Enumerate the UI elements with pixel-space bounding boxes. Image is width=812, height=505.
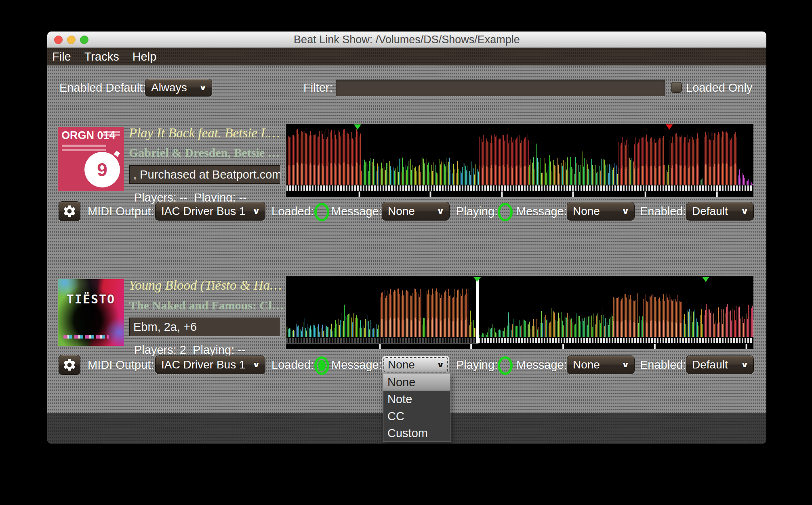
- playing-message-label: Message:: [516, 355, 567, 375]
- album-art-orgn: ORGN 014 9: [58, 127, 124, 191]
- midi-output-select[interactable]: IAC Driver Bus 1∨: [155, 202, 265, 221]
- message-dropdown-menu: None Note CC Custom: [383, 373, 450, 442]
- chevron-down-icon: ∨: [437, 360, 445, 369]
- menu-option-custom[interactable]: Custom: [383, 425, 450, 442]
- comment-field[interactable]: , Purchased at Beatport.com: [129, 165, 281, 184]
- enabled-default-label: Enabled Default:: [59, 79, 146, 97]
- enabled-label: Enabled:: [640, 201, 686, 221]
- players-value: 2: [180, 343, 186, 356]
- menu-option-note[interactable]: Note: [383, 391, 450, 408]
- record-logo-icon: 9: [84, 152, 120, 187]
- gear-button[interactable]: [59, 201, 80, 221]
- menu-help[interactable]: Help: [133, 50, 157, 63]
- gear-button[interactable]: [59, 355, 80, 375]
- chevron-down-icon: ∨: [437, 207, 445, 216]
- playing-label: Playing:: [456, 201, 498, 221]
- midi-output-select[interactable]: IAC Driver Bus 1∨: [155, 356, 265, 374]
- menu-file[interactable]: File: [52, 50, 71, 63]
- chevron-down-icon: ∨: [741, 207, 749, 216]
- enabled-label: Enabled:: [640, 355, 686, 375]
- loaded-indicator: [314, 356, 329, 375]
- track-title: Play It Back feat. Betsie L…: [129, 126, 280, 141]
- loaded-indicator: [314, 203, 329, 221]
- playing-indicator: [498, 203, 513, 221]
- chevron-down-icon: ∨: [199, 83, 207, 92]
- album-art-sub-text: [62, 145, 106, 147]
- waveform-preview: [286, 124, 753, 197]
- chevron-down-icon: ∨: [252, 207, 261, 216]
- gear-icon: [62, 204, 77, 219]
- loaded-message-select[interactable]: None∨: [382, 202, 450, 221]
- gear-icon: [62, 358, 77, 372]
- playing-message-select[interactable]: None∨: [567, 356, 635, 374]
- midi-output-label: MIDI Output:: [88, 355, 154, 375]
- album-art-tiesto: TIËSTO: [58, 279, 124, 346]
- loaded-message-label: Message:: [331, 355, 382, 375]
- comment-field[interactable]: Ebm, 2a, +6: [129, 317, 281, 337]
- enabled-default-select[interactable]: Always ∨: [145, 79, 212, 97]
- album-art-caption: [63, 335, 109, 339]
- loaded-label: Loaded:: [271, 355, 314, 375]
- album-art: ORGN 014 9: [58, 127, 124, 191]
- chevron-down-icon: ∨: [622, 360, 630, 369]
- track-artist: Gabriel & Dresden, Betsie …: [129, 146, 280, 160]
- logo-notch: [114, 151, 120, 157]
- album-art: TIËSTO: [58, 279, 124, 346]
- midi-output-label: MIDI Output:: [88, 201, 154, 221]
- chevron-down-icon: ∨: [741, 360, 749, 369]
- playing-message-label: Message:: [516, 201, 567, 221]
- enabled-select[interactable]: Default∨: [686, 202, 754, 221]
- playing-indicator: [498, 356, 513, 375]
- loaded-only-label: Loaded Only: [686, 79, 752, 97]
- menu-bar: File Tracks Help: [47, 48, 766, 65]
- loaded-label: Loaded:: [271, 201, 314, 221]
- filter-input[interactable]: [336, 80, 665, 96]
- track-title: Young Blood (Tiësto & Ha…: [129, 278, 282, 293]
- loaded-message-label: Message:: [331, 201, 382, 221]
- enabled-select[interactable]: Default∨: [686, 356, 754, 374]
- menu-option-cc[interactable]: CC: [383, 408, 450, 425]
- playing-label: Playing:: [456, 355, 498, 375]
- title-bar: Beat Link Show: /Volumes/DS/Shows/Exampl…: [47, 32, 766, 48]
- chevron-down-icon: ∨: [622, 207, 630, 216]
- album-art-mini-text: [103, 131, 120, 133]
- menu-tracks[interactable]: Tracks: [84, 50, 119, 63]
- playing-message-select[interactable]: None∨: [567, 202, 635, 221]
- waveform-preview: [286, 276, 753, 349]
- loaded-only-checkbox[interactable]: [671, 82, 682, 93]
- track-artist: The Naked and Famous: Cl…: [129, 299, 284, 312]
- album-art-label: TIËSTO: [58, 292, 124, 306]
- chevron-down-icon: ∨: [252, 360, 261, 369]
- playing-value: --: [238, 343, 245, 356]
- window-title: Beat Link Show: /Volumes/DS/Shows/Exampl…: [47, 32, 766, 48]
- filter-label: Filter:: [303, 79, 333, 97]
- menu-option-none[interactable]: None: [383, 374, 450, 391]
- app-window: Beat Link Show: /Volumes/DS/Shows/Exampl…: [47, 32, 766, 444]
- loaded-message-select-open[interactable]: None∨: [382, 356, 450, 374]
